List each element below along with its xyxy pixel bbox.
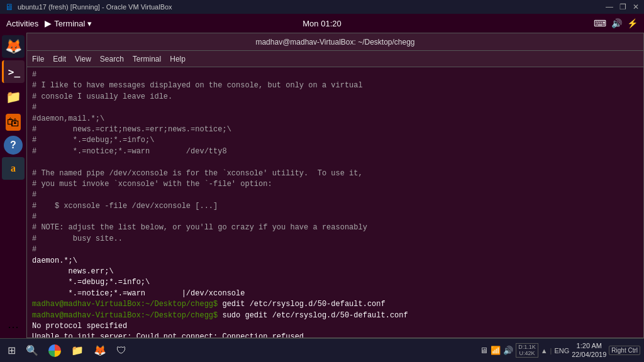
sidebar-item-terminal[interactable]: >_ bbox=[2, 60, 25, 83]
shield-icon: 🛡 bbox=[116, 345, 126, 356]
taskbar-firefox[interactable]: 🦊 bbox=[90, 341, 110, 360]
terminal-line: *.=debug;*.=info;\ bbox=[32, 277, 638, 288]
menu-search[interactable]: Search bbox=[100, 55, 124, 63]
taskbar-chrome[interactable] bbox=[45, 341, 65, 360]
terminal-icon: ▶ bbox=[45, 18, 52, 28]
terminal-line: # The named pipe /dev/xconsole is for th… bbox=[32, 168, 638, 179]
tray-icon-2: 📶 bbox=[491, 346, 501, 355]
terminal-line: madhav@madhav-VirtualBox:~/Desktop/chegg… bbox=[32, 310, 638, 321]
taskbar-shield[interactable]: 🛡 bbox=[113, 341, 130, 360]
firefox-taskbar-icon: 🦊 bbox=[94, 344, 106, 356]
titlebar-left: 🖥 ubuntu17 (fresh) [Running] - Oracle VM… bbox=[5, 2, 172, 12]
terminal-line: # *.=notice;*.=warn /dev/tty8 bbox=[32, 146, 638, 157]
keyboard-icon: ⌨ bbox=[594, 18, 606, 28]
sidebar-item-help[interactable]: ? bbox=[4, 136, 23, 155]
terminal-line: #daemon,mail.*;\ bbox=[32, 114, 638, 124]
windows-icon: ⊞ bbox=[8, 344, 16, 356]
sidebar: 🦊 >_ 📁 🛍 ? a ⋯ bbox=[0, 33, 26, 338]
terminal-line: # I like to have messages displayed on t… bbox=[32, 80, 638, 91]
taskbar-right: 🖥 📶 🔊 D:1.1K U:42K ▲ | ENG 1:20 AM 22/04… bbox=[480, 342, 640, 358]
software-icon: 🛍 bbox=[6, 114, 21, 131]
apps-icon: ⋯ bbox=[8, 320, 19, 334]
topbar-right: ⌨ 🔊 ⚡ bbox=[594, 18, 638, 28]
terminal-line: madhav@madhav-VirtualBox:~/Desktop/chegg… bbox=[32, 299, 638, 310]
vbox-icon: 🖥 bbox=[5, 2, 14, 12]
sidebar-item-files[interactable]: 📁 bbox=[2, 85, 25, 108]
tray-icon-1: 🖥 bbox=[480, 346, 488, 355]
sidebar-item-software[interactable]: 🛍 bbox=[2, 111, 25, 133]
maximize-button[interactable]: ❐ bbox=[619, 3, 626, 11]
titlebar-controls: — ❐ ✕ bbox=[606, 3, 639, 11]
tray-icon-3: 🔊 bbox=[503, 346, 513, 355]
topbar-left: Activities ▶ Terminal ▾ bbox=[6, 18, 92, 28]
chrome-icon bbox=[48, 344, 61, 357]
terminal-line: # bbox=[32, 244, 638, 255]
right-ctrl-label: Right Ctrl bbox=[609, 346, 640, 355]
terminal-body[interactable]: # # I like to have messages displayed on… bbox=[27, 67, 643, 337]
close-button[interactable]: ✕ bbox=[633, 3, 639, 11]
terminal-menubar: File Edit View Search Terminal Help bbox=[27, 51, 643, 67]
terminal-line: # $ xconsole -file /dev/xconsole [...] bbox=[32, 201, 638, 212]
help-icon: ? bbox=[10, 140, 16, 151]
sidebar-item-amazon[interactable]: a bbox=[2, 157, 25, 180]
taskbar: ⊞ 🔍 📁 🦊 🛡 🖥 📶 🔊 D:1.1K U:42K ▲ | ENG 1:2… bbox=[0, 338, 644, 362]
terminal-window: madhav@madhav-VirtualBox: ~/Desktop/cheg… bbox=[26, 33, 644, 338]
files-icon: 📁 bbox=[6, 89, 21, 104]
menu-terminal[interactable]: Terminal bbox=[133, 55, 161, 63]
tray-more-icons: ▲ bbox=[541, 347, 548, 354]
terminal-chevron: ▾ bbox=[87, 19, 92, 28]
terminal-line: # busy site.. bbox=[32, 234, 638, 244]
menu-view[interactable]: View bbox=[75, 55, 91, 63]
search-icon: 🔍 bbox=[26, 344, 38, 356]
amazon-icon: a bbox=[11, 163, 16, 174]
files-taskbar-icon: 📁 bbox=[71, 344, 84, 356]
tray-separator: | bbox=[550, 347, 552, 354]
terminal-line bbox=[32, 157, 638, 168]
titlebar: 🖥 ubuntu17 (fresh) [Running] - Oracle VM… bbox=[0, 0, 644, 14]
taskbar-files[interactable]: 📁 bbox=[67, 341, 87, 360]
network-upload: U:42K bbox=[519, 350, 535, 356]
terminal-line: # bbox=[32, 102, 638, 113]
terminal-line: Unable to init server: Could not connect… bbox=[32, 332, 638, 337]
terminal-line: # *.=debug;*.=info;\ bbox=[32, 135, 638, 146]
sidebar-item-firefox[interactable]: 🦊 bbox=[2, 35, 25, 58]
terminal-line: # bbox=[32, 190, 638, 200]
menu-help[interactable]: Help bbox=[170, 55, 186, 63]
power-icon: ⚡ bbox=[627, 18, 638, 28]
terminal-indicator: ▶ Terminal ▾ bbox=[45, 18, 92, 28]
terminal-line: # bbox=[32, 70, 638, 80]
minimize-button[interactable]: — bbox=[606, 3, 613, 11]
network-download: D:1.1K bbox=[518, 344, 536, 350]
sidebar-item-apps[interactable]: ⋯ bbox=[2, 315, 25, 338]
terminal-line: # NOTE: adjust the list below, or you'll… bbox=[32, 222, 638, 233]
terminal-title: madhav@madhav-VirtualBox: ~/Desktop/cheg… bbox=[255, 38, 414, 47]
terminal-line: # bbox=[32, 212, 638, 222]
terminal-sidebar-icon: >_ bbox=[8, 66, 20, 78]
clock-time: 1:20 AM bbox=[577, 342, 602, 350]
language-indicator: ENG bbox=[554, 347, 569, 354]
terminal-line: daemon.*;\ bbox=[32, 256, 638, 266]
menu-file[interactable]: File bbox=[32, 55, 44, 63]
topbar: Activities ▶ Terminal ▾ Mon 01:20 ⌨ 🔊 ⚡ bbox=[0, 14, 644, 33]
taskbar-windows[interactable]: ⊞ bbox=[4, 341, 19, 360]
titlebar-title: ubuntu17 (fresh) [Running] - Oracle VM V… bbox=[18, 3, 172, 11]
activities-label[interactable]: Activities bbox=[6, 19, 38, 28]
terminal-line: news.err;\ bbox=[32, 266, 638, 277]
terminal-line: *.=notice;*.=warn |/dev/xconsole bbox=[32, 288, 638, 299]
taskbar-search[interactable]: 🔍 bbox=[22, 341, 42, 360]
clock: Mon 01:20 bbox=[303, 19, 341, 28]
clock-date: 22/04/2019 bbox=[572, 351, 606, 359]
terminal-label: Terminal bbox=[54, 19, 85, 28]
terminal-line: # console I usually leave idle. bbox=[32, 92, 638, 102]
menu-edit[interactable]: Edit bbox=[53, 55, 66, 63]
terminal-titlebar: madhav@madhav-VirtualBox: ~/Desktop/cheg… bbox=[27, 33, 643, 51]
terminal-line: # you must invoke `xconsole' with the `-… bbox=[32, 179, 638, 190]
terminal-line: # news.=crit;news.=err;news.=notice;\ bbox=[32, 124, 638, 135]
system-clock[interactable]: 1:20 AM 22/04/2019 bbox=[572, 342, 606, 358]
network-stats: D:1.1K U:42K bbox=[516, 343, 538, 358]
firefox-icon: 🦊 bbox=[5, 38, 22, 55]
volume-icon: 🔊 bbox=[611, 18, 622, 28]
terminal-line: No protocol specified bbox=[32, 321, 638, 332]
